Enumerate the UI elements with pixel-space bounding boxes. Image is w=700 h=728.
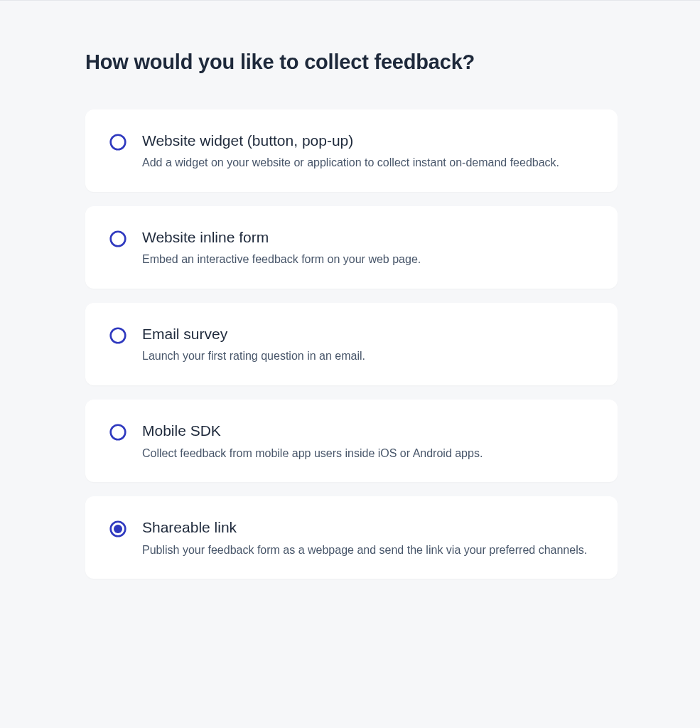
option-title: Mobile SDK bbox=[142, 421, 593, 440]
option-description: Embed an interactive feedback form on yo… bbox=[142, 251, 593, 269]
option-shareable-link[interactable]: Shareable link Publish your feedback for… bbox=[85, 496, 618, 579]
option-title: Email survey bbox=[142, 324, 593, 343]
radio-icon[interactable] bbox=[109, 424, 126, 441]
option-description: Publish your feedback form as a webpage … bbox=[142, 542, 593, 560]
option-title: Shareable link bbox=[142, 518, 593, 537]
svg-point-1 bbox=[111, 232, 126, 247]
svg-point-3 bbox=[111, 425, 126, 440]
option-email-survey[interactable]: Email survey Launch your first rating qu… bbox=[85, 303, 618, 385]
feedback-collection-form: How would you like to collect feedback? … bbox=[0, 1, 700, 579]
option-website-inline-form[interactable]: Website inline form Embed an interactive… bbox=[85, 206, 618, 289]
option-description: Collect feedback from mobile app users i… bbox=[142, 445, 593, 463]
radio-icon[interactable] bbox=[109, 134, 126, 151]
svg-point-5 bbox=[114, 525, 122, 533]
radio-icon[interactable] bbox=[109, 327, 126, 344]
radio-selected-icon[interactable] bbox=[109, 520, 126, 537]
option-description: Add a widget on your website or applicat… bbox=[142, 154, 593, 172]
option-title: Website inline form bbox=[142, 228, 593, 247]
page-title: How would you like to collect feedback? bbox=[85, 50, 618, 74]
option-title: Website widget (button, pop-up) bbox=[142, 131, 593, 150]
option-mobile-sdk[interactable]: Mobile SDK Collect feedback from mobile … bbox=[85, 400, 618, 482]
svg-point-0 bbox=[111, 135, 126, 150]
radio-icon[interactable] bbox=[109, 230, 126, 247]
option-description: Launch your first rating question in an … bbox=[142, 348, 593, 365]
option-list: Website widget (button, pop-up) Add a wi… bbox=[85, 109, 618, 579]
option-website-widget[interactable]: Website widget (button, pop-up) Add a wi… bbox=[85, 109, 618, 192]
svg-point-2 bbox=[111, 328, 126, 343]
